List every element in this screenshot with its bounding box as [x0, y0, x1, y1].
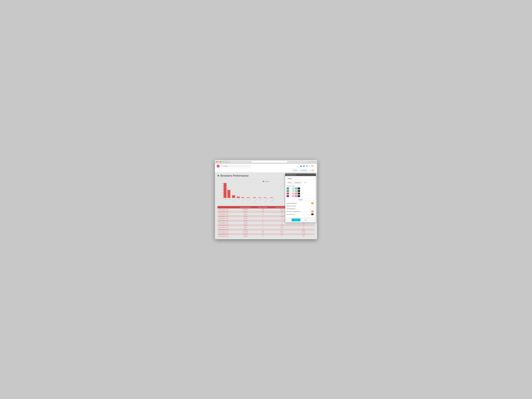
color-arrow-header_font_color[interactable]: ▼: [314, 205, 315, 206]
chart-bar[interactable]: [270, 197, 273, 198]
bar-group: facebook.com: [231, 195, 236, 199]
chart-bar[interactable]: [223, 183, 227, 198]
download-icon: ⬇: [300, 170, 301, 171]
bars-wrap: google(direct)facebook.combaidubing.live…: [223, 183, 313, 199]
minimize-button[interactable]: [218, 161, 219, 162]
toolbar: ✉ Send ⬇ Download ▼ More: [215, 169, 317, 172]
color-setting-row-header_background: Header Background▼: [286, 202, 315, 204]
people-icon[interactable]: 👥: [300, 165, 302, 167]
modal-title-bar: Select data source: [285, 174, 316, 176]
add-button[interactable]: +: [217, 165, 220, 168]
duplicate-icon[interactable]: ❐: [311, 161, 313, 163]
browser-window: ‹ › ⊡ ⬆ ❐ + + 🔍 👥 👤 🌐 ⚙ 💳 ↗: [215, 160, 317, 239]
export-icon[interactable]: ↗: [314, 165, 315, 167]
chart-bar[interactable]: [253, 197, 256, 198]
datasource-select-wrap: Analytics Custom ▼: [286, 177, 315, 180]
datasource-select[interactable]: Analytics Custom: [286, 177, 315, 180]
maximize-button[interactable]: [220, 161, 221, 162]
color-arrow-header_background[interactable]: ▼: [314, 203, 315, 204]
search-input[interactable]: [224, 165, 250, 167]
color-arrow-row_background[interactable]: ▼: [314, 208, 315, 209]
more-label: More: [311, 170, 314, 171]
close-button[interactable]: [216, 161, 217, 162]
color-arrow-alt_row_background[interactable]: ▼: [314, 211, 315, 212]
bar-group: google: [223, 183, 227, 199]
more-triangle-icon: ▼: [310, 170, 311, 171]
send-button[interactable]: ✉ Send: [292, 169, 298, 172]
address-bar[interactable]: [251, 161, 287, 163]
title-bar-right: ⬆ ❐ +: [309, 161, 316, 163]
sidebar-toggle-icon[interactable]: ⊡: [228, 161, 230, 163]
color-swatch-header_background[interactable]: [311, 202, 314, 204]
color-picker-wrap-row_font_color: ▼: [311, 213, 315, 215]
bar-group: bing.live.com: [241, 197, 245, 199]
chart-bar[interactable]: [227, 190, 230, 198]
color-setting-row-row_background: Row Background▼: [286, 208, 315, 210]
color-settings: Header Background▼Header Font Color▼Row …: [286, 202, 315, 215]
bar-group: mail.google.com: [269, 197, 274, 199]
chart-bar[interactable]: [264, 197, 267, 198]
modal-footer: Submit Cancel: [285, 217, 316, 222]
chart-bar[interactable]: [259, 197, 261, 198]
color-setting-row-alt_row_background: Alternate Row Background▼: [286, 211, 315, 212]
color-arrow-row_font_color[interactable]: ▼: [314, 214, 315, 215]
color-label-header_font_color: Header Font Color: [286, 205, 296, 207]
send-label: Send: [294, 170, 297, 171]
forward-button[interactable]: ›: [225, 161, 227, 163]
bar-group: (direct): [227, 190, 230, 199]
search-icon: 🔍: [222, 165, 223, 167]
cancel-button[interactable]: Cancel: [301, 219, 310, 221]
share-icon[interactable]: ⬆: [309, 161, 310, 163]
bar-group: t4site.com: [258, 197, 262, 199]
bar-group: sp1.taime.com: [246, 197, 251, 199]
color-label-alt_row_background: Alternate Row Background: [286, 211, 300, 212]
bar-group: baidu: [237, 197, 240, 199]
color-swatch-row_font_color[interactable]: [311, 213, 314, 215]
traffic-lights: [216, 161, 221, 162]
chart-bar[interactable]: [232, 195, 235, 198]
back-button[interactable]: ‹: [222, 161, 224, 163]
modal-title: Select data source: [286, 174, 296, 176]
color-setting-row-header_font_color: Header Font Color▼: [286, 205, 315, 207]
color-setting-row-row_font_color: Row Font Color▼: [286, 213, 315, 215]
main-area: Browsers Performance Sessions 25k 20k 15…: [215, 172, 317, 239]
title-bar: ‹ › ⊡ ⬆ ❐ +: [215, 160, 317, 164]
search-bar: 🔍: [221, 165, 251, 167]
color-label-row_font_color: Row Font Color: [286, 214, 295, 215]
bar-group: m.facebook.com: [262, 197, 268, 199]
color-label-header_background: Header Background: [286, 203, 297, 204]
chart-bar[interactable]: [241, 197, 244, 198]
app-header: + 🔍 👥 👤 🌐 ⚙ 💳 ↗: [215, 164, 317, 169]
new-tab-button[interactable]: +: [314, 161, 316, 163]
color-picker-wrap-header_font_color: ▼: [311, 205, 315, 207]
chart-bar[interactable]: [237, 197, 240, 198]
modal-overlay: Select data source Analytics Custom ▼ Ba…: [215, 172, 317, 239]
send-icon: ✉: [293, 170, 294, 171]
bar-group: accounts.live.com: [251, 197, 257, 199]
color-swatch-row_background[interactable]: [311, 208, 314, 210]
address-bar-wrap: [231, 161, 308, 163]
globe-icon[interactable]: 🌐: [306, 165, 308, 167]
download-button[interactable]: ⬇ Download: [299, 169, 308, 172]
card-icon[interactable]: 💳: [311, 165, 313, 167]
submit-button[interactable]: Submit: [292, 219, 300, 221]
account-icon[interactable]: 👤: [303, 165, 305, 167]
color-picker-wrap-alt_row_background: ▼: [311, 211, 315, 212]
settings-icon[interactable]: ⚙: [309, 165, 310, 167]
color-swatch-header_font_color[interactable]: [311, 205, 314, 207]
color-picker-wrap-row_background: ▼: [311, 208, 315, 210]
more-button[interactable]: ▼ More: [309, 169, 315, 172]
download-label: Download: [302, 170, 307, 171]
color-picker-wrap-header_background: ▼: [311, 202, 315, 204]
color-label-row_background: Row Background: [286, 208, 296, 209]
header-icons: 👥 👤 🌐 ⚙ 💳 ↗: [300, 165, 315, 167]
color-swatch-alt_row_background[interactable]: [311, 211, 314, 212]
app-content: + 🔍 👥 👤 🌐 ⚙ 💳 ↗ ✉ Send ⬇ Download: [215, 164, 317, 239]
chart-bar[interactable]: [247, 197, 250, 198]
